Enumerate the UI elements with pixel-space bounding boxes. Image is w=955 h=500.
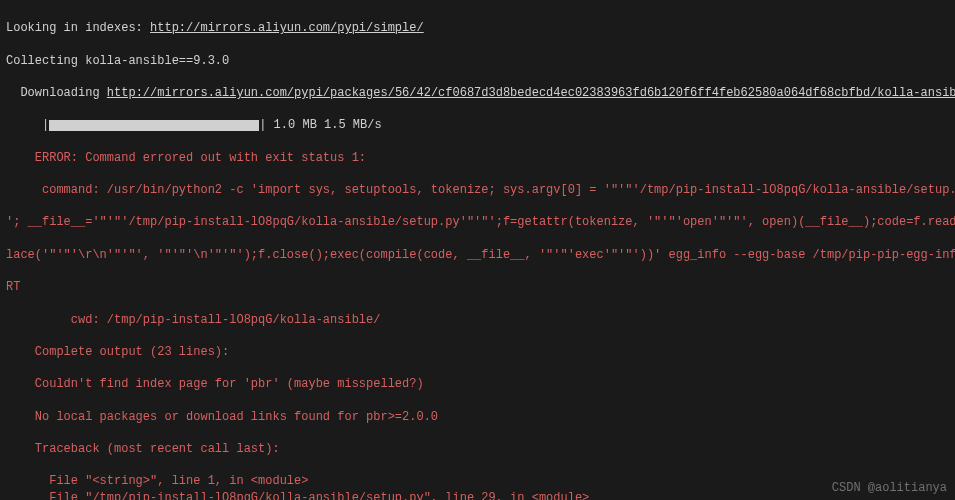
index-url[interactable]: http://mirrors.aliyun.com/pypi/simple/ <box>150 21 424 35</box>
no-index: Couldn't find index page for 'pbr' (mayb… <box>6 377 424 391</box>
traceback-header: Traceback (most recent call last): <box>6 442 280 456</box>
error-command: command: /usr/bin/python2 -c 'import sys… <box>6 183 955 197</box>
complete-output: Complete output (23 lines): <box>6 345 229 359</box>
no-local: No local packages or download links foun… <box>6 410 438 424</box>
download-line: Downloading http://mirrors.aliyun.com/py… <box>6 86 955 100</box>
index-line: Looking in indexes: http://mirrors.aliyu… <box>6 21 424 35</box>
terminal-output: Looking in indexes: http://mirrors.aliyu… <box>6 4 949 134</box>
traceback-file: File "<string>", line 1, in <module> <box>6 474 308 488</box>
error-block: ERROR: Command errored out with exit sta… <box>6 134 949 501</box>
progress-bar-icon <box>49 120 259 131</box>
download-url[interactable]: http://mirrors.aliyun.com/pypi/packages/… <box>107 86 955 100</box>
progress-line: || 1.0 MB 1.5 MB/s <box>6 118 382 132</box>
traceback-file: File "/tmp/pip-install-lO8pqG/kolla-ansi… <box>6 491 589 500</box>
error-cwd: cwd: /tmp/pip-install-lO8pqG/kolla-ansib… <box>6 313 380 327</box>
error-header: ERROR: Command errored out with exit sta… <box>6 151 366 165</box>
collecting-line: Collecting kolla-ansible==9.3.0 <box>6 54 229 68</box>
watermark: CSDN @aolitianya <box>832 480 947 496</box>
